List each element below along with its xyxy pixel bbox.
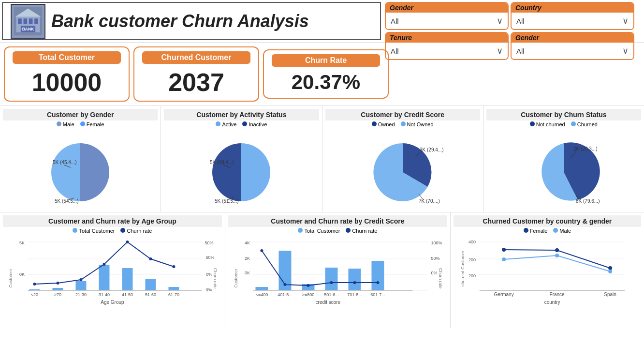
chart-age-group: Customer and Churn rate by Age Group Tot…	[0, 212, 225, 328]
svg-text:Churn rate: Churn rate	[213, 268, 218, 289]
churned-customer-card: Churned Customer 2037	[133, 46, 259, 102]
filters-area: Gender All ∨ Country All ∨ Tenure All ∨	[383, 0, 644, 42]
svg-text:501-6...: 501-6...	[324, 292, 339, 297]
svg-text:<20: <20	[31, 292, 38, 297]
svg-point-84	[376, 281, 379, 284]
svg-rect-38	[75, 281, 86, 290]
svg-text:601-7...: 601-7...	[370, 292, 385, 297]
svg-text:BANK: BANK	[22, 26, 34, 31]
svg-point-79	[260, 249, 263, 252]
svg-text:5K (45.4...): 5K (45.4...)	[53, 160, 76, 165]
svg-rect-77	[348, 269, 361, 290]
svg-text:>=800: >=800	[302, 292, 315, 297]
svg-text:Customer: Customer	[234, 269, 238, 287]
svg-text:churned Customer: churned Customer	[460, 251, 465, 286]
svg-rect-42	[168, 287, 179, 290]
svg-text:7K (70....): 7K (70....)	[419, 198, 440, 204]
svg-text:0K: 0K	[19, 272, 25, 277]
chevron-down-icon: ∨	[622, 15, 629, 26]
svg-rect-39	[99, 265, 109, 290]
svg-text:0%: 0%	[206, 272, 212, 277]
svg-rect-7	[34, 18, 38, 24]
svg-point-101	[502, 248, 506, 252]
svg-text:Germany: Germany	[494, 292, 513, 297]
svg-text:50%: 50%	[431, 256, 439, 261]
chart-gender: Customer by Gender Male Female 5K (45.4.…	[0, 106, 161, 212]
svg-text:Age Group: Age Group	[101, 300, 124, 305]
svg-text:country: country	[544, 300, 560, 305]
svg-text:61-70: 61-70	[168, 292, 179, 297]
charts-row2: Customer and Churn rate by Age Group Tot…	[0, 212, 644, 328]
chart-credit: Customer by Credit Score Owned Not Owned…	[322, 106, 483, 212]
kpi-row: Total Customer 10000 Churned Customer 20…	[0, 43, 644, 105]
churn-rate-card: Churn Rate 20.37%	[263, 49, 389, 99]
chevron-down-icon: ∨	[497, 15, 503, 26]
svg-point-82	[330, 281, 333, 284]
svg-text:Churn rate: Churn rate	[438, 268, 443, 289]
svg-point-45	[79, 278, 82, 281]
svg-text:51-60: 51-60	[145, 292, 156, 297]
svg-text:50%: 50%	[205, 241, 213, 245]
svg-text:50%: 50%	[205, 255, 214, 260]
svg-text:2K: 2K	[245, 256, 250, 261]
country-filter[interactable]: Country All ∨	[511, 2, 634, 30]
svg-text:>70: >70	[54, 292, 61, 297]
svg-text:France: France	[549, 292, 565, 297]
chart-activity: Customer by Activity Status Active Inact…	[161, 106, 322, 212]
svg-text:credit score: credit score	[316, 300, 341, 305]
svg-text:Customer: Customer	[8, 269, 13, 287]
svg-rect-41	[145, 279, 156, 290]
svg-text:5K (54.5...): 5K (54.5...)	[55, 198, 78, 204]
svg-point-48	[149, 257, 152, 260]
svg-text:Spain: Spain	[604, 292, 616, 297]
chart6-legend: Total Customer Churn rate	[228, 227, 447, 235]
svg-point-103	[608, 266, 612, 270]
svg-point-80	[283, 283, 286, 286]
svg-point-46	[102, 263, 105, 266]
svg-point-47	[126, 241, 129, 243]
bank-icon: BANK	[11, 4, 45, 39]
svg-text:401-5...: 401-5...	[278, 292, 293, 297]
svg-text:0%: 0%	[205, 287, 212, 292]
chart3-legend: Owned Not Owned	[325, 120, 480, 128]
svg-point-81	[307, 284, 309, 287]
svg-rect-5	[24, 18, 28, 24]
svg-text:5K (51.5...): 5K (51.5...)	[215, 198, 238, 204]
charts-row1: Customer by Gender Male Female 5K (45.4.…	[0, 105, 644, 212]
svg-rect-6	[29, 18, 33, 24]
svg-point-43	[33, 283, 36, 286]
total-customer-card: Total Customer 10000	[4, 46, 130, 102]
svg-text:2K (20.3...): 2K (20.3...)	[573, 146, 597, 151]
svg-text:701-8...: 701-8...	[347, 292, 362, 297]
svg-text:<=400: <=400	[256, 292, 268, 297]
svg-rect-78	[371, 261, 384, 290]
svg-point-106	[608, 270, 612, 273]
chart5-legend: Total Customer Churn rate	[3, 227, 222, 235]
gender-filter[interactable]: Gender All ∨	[385, 2, 509, 30]
svg-point-83	[353, 281, 356, 284]
svg-text:0%: 0%	[431, 271, 437, 275]
svg-text:3K (29.4...): 3K (29.4...)	[420, 147, 443, 152]
svg-point-105	[555, 254, 559, 257]
chart-country-gender: Churned Customer by country & gender Fem…	[451, 212, 644, 328]
svg-point-104	[502, 257, 506, 261]
svg-text:4K: 4K	[245, 241, 250, 245]
svg-text:41-50: 41-50	[122, 292, 133, 297]
svg-text:0K: 0K	[245, 271, 250, 275]
chart-churn-status: Customer by Churn Status Not churned Chu…	[483, 106, 644, 212]
chart-credit-score: Customer and Churn rate by Credit Score …	[225, 212, 451, 328]
chart4-legend: Not churned Churned	[486, 120, 641, 128]
svg-text:100%: 100%	[431, 241, 442, 245]
chart2-legend: Active Inactive	[164, 120, 319, 128]
svg-text:5K: 5K	[19, 241, 25, 245]
svg-text:200: 200	[468, 273, 476, 278]
svg-text:5K (48.4...): 5K (48.4...)	[210, 160, 234, 165]
chart7-legend: Female Male	[454, 227, 641, 235]
svg-rect-73	[255, 287, 268, 290]
svg-text:21-30: 21-30	[75, 292, 87, 297]
svg-rect-40	[122, 268, 132, 290]
svg-text:200: 200	[468, 257, 476, 262]
svg-text:31-40: 31-40	[99, 292, 110, 297]
svg-rect-4	[18, 18, 22, 24]
svg-point-49	[172, 265, 175, 268]
